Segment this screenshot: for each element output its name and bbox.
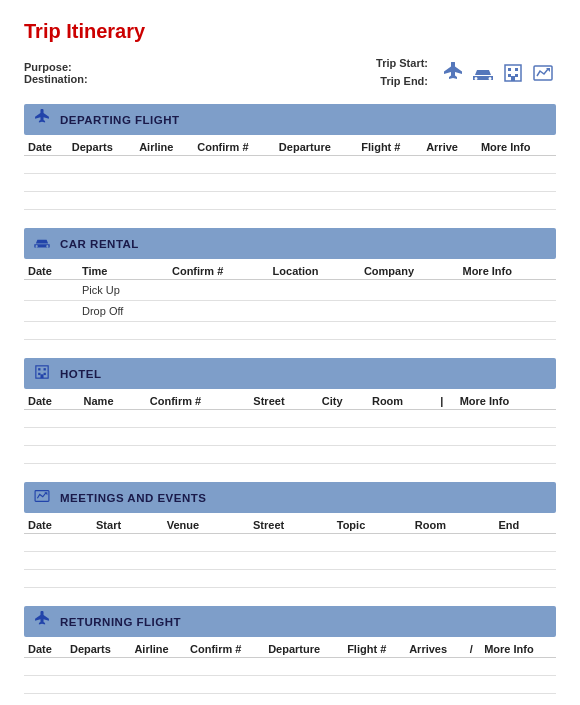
col-date: Date — [24, 639, 66, 658]
meetings-table: Date Start Venue Street Topic Room End — [24, 515, 556, 588]
col-street: Street — [249, 515, 333, 534]
table-row — [24, 570, 556, 588]
trip-dates-labels: Trip Start: Trip End: — [376, 55, 428, 90]
svg-rect-13 — [40, 374, 43, 378]
departing-flight-title: DEPARTING FLIGHT — [60, 114, 180, 126]
building-icon — [500, 62, 526, 84]
hotel-title: HOTEL — [60, 368, 101, 380]
svg-rect-9 — [38, 368, 40, 370]
meta-row: Purpose: Destination: Trip Start: Trip E… — [24, 55, 556, 90]
returning-flight-header: RETURNING FLIGHT — [24, 606, 556, 637]
meetings-icon — [32, 487, 52, 508]
col-flight: Flight # — [357, 137, 422, 156]
table-row — [24, 156, 556, 174]
meetings-header: MEETINGS AND EVENTS — [24, 482, 556, 513]
hotel-header-row: Date Name Confirm # Street City Room | M… — [24, 391, 556, 410]
col-departs: Departs — [68, 137, 135, 156]
car-rental-table: Date Time Confirm # Location Company Mor… — [24, 261, 556, 340]
svg-rect-1 — [508, 68, 511, 71]
svg-rect-4 — [515, 74, 518, 77]
table-row — [24, 446, 556, 464]
returning-flight-section: RETURNING FLIGHT Date Departs Airline Co… — [24, 606, 556, 705]
col-date: Date — [24, 515, 92, 534]
col-arrives: Arrives — [405, 639, 465, 658]
car-rental-header: CAR RENTAL — [24, 228, 556, 259]
col-divider: | — [436, 391, 455, 410]
destination-label: Destination: — [24, 73, 88, 85]
hotel-icon — [32, 363, 52, 384]
col-room: Room — [411, 515, 495, 534]
col-end: End — [494, 515, 556, 534]
plane-icon — [440, 62, 466, 84]
col-confirm: Confirm # — [186, 639, 264, 658]
col-name: Name — [80, 391, 146, 410]
table-row — [24, 192, 556, 210]
col-departure: Departure — [275, 137, 357, 156]
table-row — [24, 534, 556, 552]
meetings-section: MEETINGS AND EVENTS Date Start Venue Str… — [24, 482, 556, 588]
car-rental-header-row: Date Time Confirm # Location Company Mor… — [24, 261, 556, 280]
meta-left: Purpose: Destination: — [24, 61, 88, 85]
col-topic: Topic — [333, 515, 411, 534]
chart-icon — [530, 62, 556, 84]
trip-dates-icons: Trip Start: Trip End: — [376, 55, 556, 90]
hotel-section: HOTEL Date Name Confirm # Street City Ro… — [24, 358, 556, 464]
col-arrive: Arrive — [422, 137, 477, 156]
col-company: Company — [360, 261, 459, 280]
dropoff-label: Drop Off — [78, 301, 168, 322]
table-row — [24, 676, 556, 694]
col-location: Location — [269, 261, 360, 280]
col-confirm: Confirm # — [193, 137, 275, 156]
table-row — [24, 428, 556, 446]
meetings-title: MEETINGS AND EVENTS — [60, 492, 206, 504]
col-confirm: Confirm # — [146, 391, 250, 410]
header-icons — [440, 62, 556, 84]
svg-rect-5 — [511, 76, 515, 81]
col-departure: Departure — [264, 639, 343, 658]
returning-flight-table: Date Departs Airline Confirm # Departure… — [24, 639, 556, 705]
car-rental-icon — [32, 233, 52, 254]
returning-flight-header-row: Date Departs Airline Confirm # Departure… — [24, 639, 556, 658]
purpose-label: Purpose: — [24, 61, 88, 73]
col-city: City — [318, 391, 368, 410]
col-more-info: More Info — [458, 261, 556, 280]
col-venue: Venue — [163, 515, 249, 534]
returning-flight-title: RETURNING FLIGHT — [60, 616, 181, 628]
col-airline: Airline — [135, 137, 193, 156]
col-date: Date — [24, 137, 68, 156]
col-street: Street — [249, 391, 317, 410]
car-icon — [470, 62, 496, 84]
hotel-header: HOTEL — [24, 358, 556, 389]
pickup-label: Pick Up — [78, 280, 168, 301]
col-date: Date — [24, 391, 80, 410]
col-more-info: More Info — [456, 391, 556, 410]
col-room: Room — [368, 391, 436, 410]
col-date: Date — [24, 261, 78, 280]
svg-rect-12 — [44, 373, 46, 375]
col-more-info: More Info — [477, 137, 556, 156]
col-departs: Departs — [66, 639, 130, 658]
svg-rect-2 — [515, 68, 518, 71]
svg-rect-3 — [508, 74, 511, 77]
returning-flight-icon — [32, 611, 52, 632]
col-start: Start — [92, 515, 163, 534]
col-more-info: More Info — [480, 639, 556, 658]
departing-flight-icon — [32, 109, 52, 130]
table-row — [24, 322, 556, 340]
table-row: Pick Up — [24, 280, 556, 301]
table-row — [24, 694, 556, 705]
col-time: Time — [78, 261, 168, 280]
col-airline: Airline — [130, 639, 186, 658]
page-title: Trip Itinerary — [24, 20, 556, 43]
table-row — [24, 174, 556, 192]
departing-flight-table: Date Departs Airline Confirm # Departure… — [24, 137, 556, 210]
car-rental-section: CAR RENTAL Date Time Confirm # Location … — [24, 228, 556, 340]
hotel-table: Date Name Confirm # Street City Room | M… — [24, 391, 556, 464]
departing-flight-header: DEPARTING FLIGHT — [24, 104, 556, 135]
meetings-header-row: Date Start Venue Street Topic Room End — [24, 515, 556, 534]
departing-flight-header-row: Date Departs Airline Confirm # Departure… — [24, 137, 556, 156]
col-flight: Flight # — [343, 639, 405, 658]
svg-rect-10 — [44, 368, 46, 370]
col-slash: / — [466, 639, 481, 658]
table-row — [24, 410, 556, 428]
